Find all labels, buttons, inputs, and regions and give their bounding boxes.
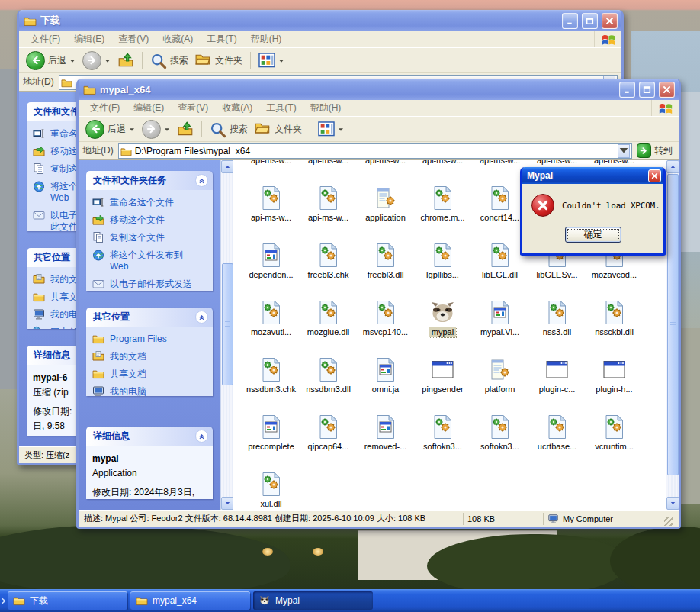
file-item[interactable]: freebl3.chk xyxy=(300,227,357,284)
scroll-down-icon[interactable] xyxy=(666,497,679,510)
taskbar-button[interactable]: Mypal xyxy=(253,591,373,610)
file-item[interactable]: vcruntim... xyxy=(586,398,643,456)
dialog-close-button[interactable] xyxy=(648,169,661,182)
file-item[interactable]: plugin-h... xyxy=(586,341,643,398)
back-dropdown-icon[interactable] xyxy=(129,124,135,134)
back-button[interactable]: 后退 xyxy=(24,50,77,71)
file-item[interactable]: qipcap64... xyxy=(300,398,357,456)
file-item[interactable]: precomplete xyxy=(242,398,300,456)
scroll-down-icon[interactable] xyxy=(221,497,234,510)
task-link[interactable]: 以电子邮件形式发送 此文件 xyxy=(92,279,207,291)
views-button[interactable] xyxy=(257,52,286,69)
search-button[interactable]: 搜索 xyxy=(208,121,249,137)
menu-item[interactable]: 查看(V) xyxy=(171,100,215,116)
task-link[interactable]: 我的电脑 xyxy=(92,386,207,396)
maximize-button[interactable] xyxy=(639,82,655,98)
file-item[interactable]: platform xyxy=(471,341,528,398)
file-item[interactable]: ucrtbase... xyxy=(528,398,586,456)
resize-grip[interactable] xyxy=(664,517,673,526)
file-item[interactable]: removed-... xyxy=(357,398,414,456)
file-item[interactable]: pingsender xyxy=(414,341,471,398)
task-link[interactable]: 我的文档 xyxy=(92,351,207,362)
scroll-thumb[interactable] xyxy=(222,263,233,385)
menu-item[interactable]: 工具(T) xyxy=(259,100,303,116)
file-item[interactable]: dependen... xyxy=(242,227,300,284)
folders-button[interactable]: 文件夹 xyxy=(253,121,303,137)
collapse-chevron-icon[interactable] xyxy=(195,174,208,187)
address-box[interactable] xyxy=(118,143,632,159)
minimize-button[interactable] xyxy=(562,13,578,29)
file-item[interactable]: freebl3.dll xyxy=(357,227,414,284)
views-button[interactable] xyxy=(316,121,345,137)
scroll-up-icon[interactable] xyxy=(221,160,234,173)
scroll-thumb[interactable] xyxy=(667,174,679,475)
views-dropdown-icon[interactable] xyxy=(278,55,284,66)
panel-header[interactable]: 文件和文件夹任务 xyxy=(86,171,213,190)
file-item[interactable]: chrome.m... xyxy=(414,169,471,227)
forward-button[interactable] xyxy=(140,119,172,140)
address-dropdown-icon[interactable] xyxy=(618,144,630,158)
task-pane-scrollbar[interactable] xyxy=(220,160,233,510)
task-link[interactable]: Program Files xyxy=(92,333,207,345)
views-dropdown-icon[interactable] xyxy=(338,124,344,134)
file-item[interactable]: application xyxy=(357,169,414,227)
minimize-button[interactable] xyxy=(619,82,635,98)
collapse-chevron-icon[interactable] xyxy=(195,311,208,324)
menu-item[interactable]: 文件(F) xyxy=(24,31,67,47)
task-link[interactable]: 重命名这个文件 xyxy=(92,197,207,208)
file-item[interactable]: lgpllibs... xyxy=(414,227,471,284)
forward-dropdown-icon[interactable] xyxy=(164,124,170,134)
file-item[interactable]: omni.ja xyxy=(357,341,414,398)
file-item[interactable]: mozglue.dll xyxy=(300,284,357,341)
folders-button[interactable]: 文件夹 xyxy=(194,52,244,69)
menu-item[interactable]: 查看(V) xyxy=(111,31,156,47)
file-item[interactable]: mypal xyxy=(414,284,471,341)
file-list-scrollbar[interactable] xyxy=(666,160,679,510)
task-link[interactable]: 将这个文件发布到 Web xyxy=(92,250,207,272)
file-item[interactable]: nssdbm3.chk xyxy=(242,341,300,398)
menu-item[interactable]: 帮助(H) xyxy=(244,31,289,47)
titlebar[interactable]: 下载 xyxy=(19,10,621,31)
menu-item[interactable]: 工具(T) xyxy=(200,31,243,47)
taskbar[interactable]: 下载mypal_x64Mypal xyxy=(0,589,700,612)
menu-item[interactable]: 编辑(E) xyxy=(127,100,171,116)
collapse-chevron-icon[interactable] xyxy=(195,430,208,443)
file-item[interactable]: msvcp140... xyxy=(357,284,414,341)
back-dropdown-icon[interactable] xyxy=(69,55,75,66)
close-button[interactable] xyxy=(659,82,675,98)
taskbar-chevron-icon[interactable] xyxy=(1,594,7,607)
menu-item[interactable]: 编辑(E) xyxy=(67,31,111,47)
task-link[interactable]: 共享文档 xyxy=(92,369,207,380)
file-item[interactable]: nss3.dll xyxy=(528,284,586,341)
file-item[interactable]: nssckbi.dll xyxy=(586,284,643,341)
taskbar-button[interactable]: 下载 xyxy=(8,591,127,610)
scroll-up-icon[interactable] xyxy=(666,160,679,173)
panel-header[interactable]: 其它位置 xyxy=(86,308,213,327)
menu-item[interactable]: 文件(F) xyxy=(83,100,127,116)
go-button[interactable]: 转到 xyxy=(637,143,675,158)
titlebar[interactable]: mypal_x64 xyxy=(79,79,679,100)
forward-dropdown-icon[interactable] xyxy=(104,55,111,66)
file-item[interactable]: mozavuti... xyxy=(242,284,300,341)
file-item[interactable]: mypal.Vi... xyxy=(471,284,528,341)
panel-header[interactable]: 详细信息 xyxy=(86,427,213,446)
file-item[interactable]: api-ms-w... xyxy=(242,169,300,227)
search-button[interactable]: 搜索 xyxy=(149,52,190,69)
task-link[interactable]: 移动这个文件 xyxy=(92,214,207,226)
back-button[interactable]: 后退 xyxy=(84,119,136,140)
file-item[interactable]: plugin-c... xyxy=(528,341,586,398)
ok-button[interactable]: 确定 xyxy=(565,227,621,243)
menu-item[interactable]: 收藏(A) xyxy=(215,100,259,116)
file-item[interactable]: nssdbm3.dll xyxy=(300,341,357,398)
file-item[interactable]: api-ms-w... xyxy=(300,169,357,227)
address-input[interactable] xyxy=(135,146,615,156)
menu-item[interactable]: 帮助(H) xyxy=(303,100,348,116)
dialog-titlebar[interactable]: Mypal xyxy=(522,167,663,184)
task-link[interactable]: 复制这个文件 xyxy=(92,232,207,243)
up-button[interactable] xyxy=(175,121,195,137)
up-button[interactable] xyxy=(116,52,136,69)
forward-button[interactable] xyxy=(81,50,112,71)
file-item[interactable]: softokn3... xyxy=(414,398,471,456)
file-item[interactable]: xul.dll xyxy=(242,456,300,510)
taskbar-button[interactable]: mypal_x64 xyxy=(130,591,250,610)
